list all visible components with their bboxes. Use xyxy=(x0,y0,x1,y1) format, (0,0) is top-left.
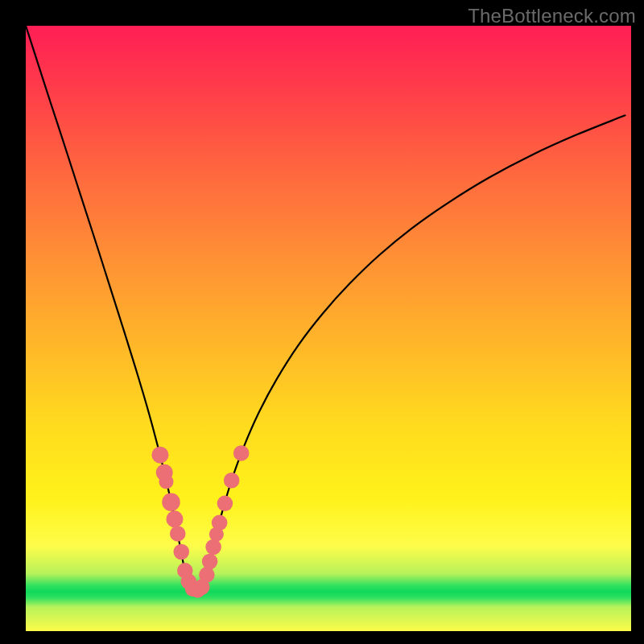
marker-dot xyxy=(209,527,224,542)
marker-dot xyxy=(170,526,186,542)
marker-dot xyxy=(217,496,233,512)
marker-dot xyxy=(156,464,173,481)
marker-dot xyxy=(202,554,218,570)
marker-dot xyxy=(177,563,193,579)
marker-dot xyxy=(166,510,183,527)
plot-area xyxy=(26,26,631,631)
marker-dot xyxy=(212,515,228,531)
marker-dot xyxy=(173,544,189,560)
marker-dot xyxy=(151,447,168,464)
branch-left xyxy=(26,26,187,583)
marker-dot xyxy=(194,579,210,595)
marker-dot xyxy=(185,581,201,597)
marker-dot xyxy=(159,474,173,489)
valley-floor xyxy=(187,583,205,591)
marker-dot xyxy=(162,493,180,512)
chart-frame: TheBottleneck.com xyxy=(0,0,644,644)
marker-dots xyxy=(151,445,249,598)
marker-dot xyxy=(181,574,197,590)
marker-dot xyxy=(190,582,206,598)
marker-dot xyxy=(224,473,240,489)
marker-dot xyxy=(205,539,221,555)
marker-dot xyxy=(199,567,215,583)
marker-dot xyxy=(233,445,250,461)
branch-right xyxy=(205,115,625,583)
curve-svg xyxy=(26,26,631,631)
watermark-label: TheBottleneck.com xyxy=(468,5,636,27)
curve-group xyxy=(26,26,625,591)
